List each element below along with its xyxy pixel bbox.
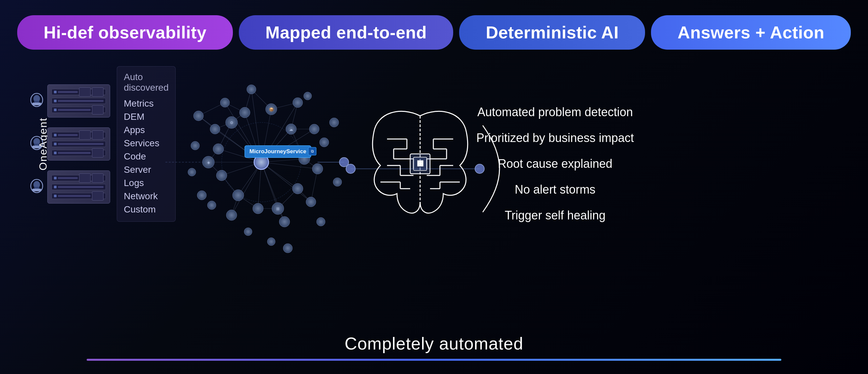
svg-text:◈: ◈ (207, 160, 210, 165)
pill-deterministic: Deterministic AI (459, 15, 645, 50)
list-item-metrics: Metrics (124, 97, 168, 110)
left-section: OneAgent (20, 66, 165, 222)
svg-point-72 (279, 217, 290, 227)
list-item-dem: DEM (124, 110, 168, 123)
svg-point-86 (191, 141, 199, 150)
svg-point-71 (226, 210, 237, 221)
right-section: Automated problem detection Prioritized … (463, 66, 848, 228)
content-area: OneAgent (0, 60, 868, 271)
svg-point-79 (193, 111, 204, 121)
svg-point-59 (213, 144, 224, 154)
agent-helmet-icon-3 (29, 179, 44, 195)
main-container: Hi-def observability Mapped end-to-end D… (0, 0, 868, 374)
agent-helmet-icon-1 (29, 93, 44, 109)
svg-rect-11 (34, 187, 39, 189)
svg-point-85 (330, 118, 339, 127)
svg-point-68 (240, 107, 250, 118)
svg-point-82 (283, 243, 292, 253)
svg-text:⊞: ⊞ (276, 206, 280, 211)
auto-discovered-list: Metrics DEM Apps Services Code Server Lo… (124, 97, 168, 216)
server-rack-3 (47, 170, 110, 204)
list-item-logs: Logs (124, 176, 168, 190)
svg-rect-9 (32, 189, 41, 191)
auto-discovered-title: Auto discovered (124, 72, 168, 93)
svg-point-77 (247, 85, 256, 94)
list-item-server: Server (124, 163, 168, 176)
svg-point-91 (267, 238, 275, 246)
brain-connection-svg: ⊞ (341, 66, 506, 271)
svg-point-90 (244, 228, 252, 236)
svg-text:📦: 📦 (269, 107, 274, 112)
svg-point-80 (319, 138, 329, 147)
svg-point-81 (197, 191, 207, 200)
list-item-network: Network (124, 190, 168, 203)
svg-point-78 (220, 98, 229, 107)
svg-rect-1 (32, 103, 41, 105)
brain-section: ⊞ (357, 66, 463, 271)
svg-text:☁: ☁ (289, 127, 293, 132)
list-item-custom: Custom (124, 203, 168, 216)
svg-point-61 (232, 190, 244, 201)
servers-and-list: Auto discovered Metrics DEM Apps Service… (29, 66, 175, 222)
svg-point-69 (210, 124, 220, 134)
list-item-services: Services (124, 137, 168, 150)
bottom-section: Completely automated (0, 334, 868, 361)
svg-point-87 (208, 201, 216, 209)
svg-line-27 (261, 162, 311, 202)
svg-point-62 (253, 203, 263, 214)
list-item-code: Code (124, 150, 168, 163)
network-graph-svg: ⚙ 📦 ☁ ◈ ⊞ MicroJourneyService ⧉ (165, 56, 357, 271)
server-rack-1 (47, 84, 110, 117)
pills-row: Hi-def observability Mapped end-to-end D… (0, 0, 868, 60)
svg-point-89 (188, 168, 196, 176)
svg-text:⊞: ⊞ (417, 159, 423, 168)
svg-point-88 (304, 92, 312, 100)
svg-point-76 (293, 98, 303, 108)
server-rack-2 (47, 127, 110, 161)
completely-automated-label: Completely automated (345, 334, 523, 353)
svg-point-73 (306, 197, 316, 207)
svg-point-75 (309, 124, 319, 134)
pill-mapped: Mapped end-to-end (239, 15, 453, 50)
svg-rect-3 (34, 100, 39, 103)
network-graph-section: ⚙ 📦 ☁ ◈ ⊞ MicroJourneyService ⧉ (165, 56, 357, 271)
svg-text:⚙: ⚙ (230, 120, 234, 125)
svg-text:⧉: ⧉ (311, 149, 314, 153)
pill-hidef: Hi-def observability (17, 15, 233, 50)
list-item-apps: Apps (124, 123, 168, 137)
server-unit-3 (29, 170, 110, 204)
pill-answers: Answers + Action (651, 15, 851, 50)
svg-point-83 (316, 218, 325, 226)
svg-line-28 (261, 162, 317, 169)
server-unit-1 (29, 84, 110, 117)
gradient-line (87, 359, 781, 361)
svg-point-74 (312, 164, 323, 174)
svg-text:MicroJourneyService: MicroJourneyService (249, 148, 306, 154)
